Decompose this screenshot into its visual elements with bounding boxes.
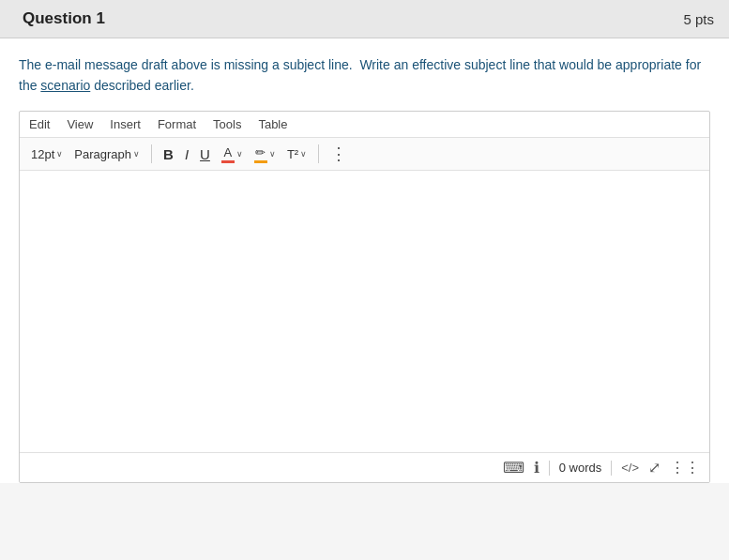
menu-table[interactable]: Table [256,115,289,133]
question-title: Question 1 [23,9,105,28]
font-color-bar [221,160,235,163]
highlight-label: ✏ [255,145,266,159]
toolbar-divider-2 [318,144,319,163]
font-color-chevron-icon: ∨ [236,149,243,159]
superscript-label: T² [287,147,298,161]
question-text: The e-mail message draft above is missin… [19,55,710,96]
scenario-word: scenario [40,78,90,93]
paragraph-style-selector[interactable]: Paragraph ∨ [70,145,144,163]
superscript-selector[interactable]: T² ∨ [283,145,311,163]
highlight-color-bar [254,160,267,163]
underline-button[interactable]: U [196,144,214,164]
paragraph-chevron-icon: ∨ [133,149,140,159]
footer-more-button[interactable]: ⋮⋮ [670,459,700,477]
menu-format[interactable]: Format [156,115,198,133]
toolbar-divider-1 [151,144,152,163]
word-count: 0 words [559,461,602,475]
footer-divider-1 [549,461,550,476]
footer-divider-2 [611,461,612,476]
question-header: Question 1 5 pts [0,0,729,38]
highlight-chevron-icon: ∨ [269,149,276,159]
info-icon[interactable]: ℹ [534,459,539,477]
code-view-button[interactable]: </> [621,461,639,475]
question-pts: 5 pts [683,11,714,27]
font-size-chevron-icon: ∨ [56,149,63,159]
more-options-button[interactable]: ⋮ [327,142,351,166]
menu-tools[interactable]: Tools [211,115,243,133]
highlight-selector[interactable]: ✏ ∨ [251,144,280,165]
superscript-chevron-icon: ∨ [300,149,307,159]
menu-view[interactable]: View [65,115,95,133]
paragraph-label: Paragraph [74,147,131,161]
bold-button[interactable]: B [159,144,177,164]
font-color-label: A [224,145,233,159]
font-color-icon: A [221,145,235,163]
italic-button[interactable]: I [181,144,192,164]
italic-label: I [185,146,189,162]
more-options-icon: ⋮ [330,144,347,163]
editor-container: Edit View Insert Format Tools Table 12pt… [19,111,710,483]
expand-button[interactable]: ⤢ [648,459,661,477]
bold-label: B [163,146,174,162]
menu-insert[interactable]: Insert [108,115,143,133]
editor-content-area[interactable] [20,171,709,452]
page-wrapper: Question 1 5 pts The e-mail message draf… [0,0,729,560]
font-size-value: 12pt [31,147,54,161]
menu-edit[interactable]: Edit [27,115,52,133]
editor-menubar: Edit View Insert Format Tools Table [20,112,709,138]
editor-toolbar: 12pt ∨ Paragraph ∨ B I [20,138,709,171]
font-size-selector[interactable]: 12pt ∨ [27,145,67,163]
question-body: The e-mail message draft above is missin… [0,38,729,483]
highlight-icon: ✏ [254,145,267,163]
editor-footer: ⌨ ℹ 0 words </> ⤢ ⋮⋮ [20,452,709,482]
keyboard-icon[interactable]: ⌨ [503,459,524,477]
font-color-selector[interactable]: A ∨ [218,144,247,165]
underline-label: U [200,146,210,162]
